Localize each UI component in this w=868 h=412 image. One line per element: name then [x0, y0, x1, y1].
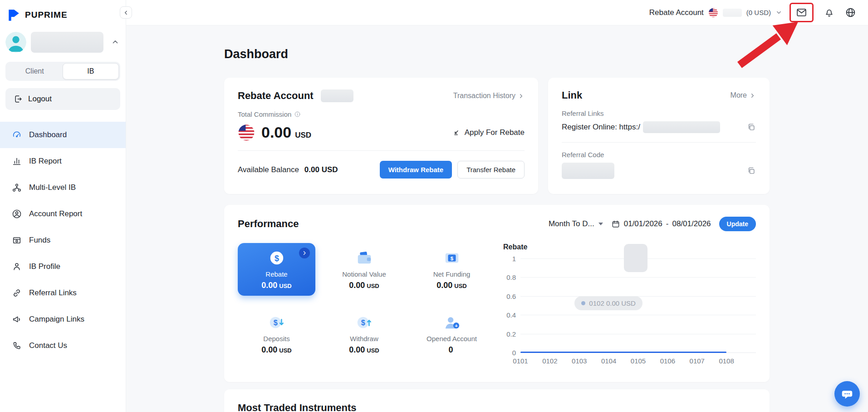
rebate-account-card: Rebate Account Transaction History Total…	[224, 78, 538, 194]
mail-button[interactable]	[796, 7, 807, 18]
account-selector[interactable]: Rebate Account (0 USD)	[649, 8, 782, 18]
period-select[interactable]: Month To D...	[549, 219, 603, 228]
most-traded-card: Most Traded Instruments	[224, 389, 770, 412]
info-icon[interactable]	[294, 111, 301, 118]
sidebar-item-contact-us[interactable]: Contact Us	[0, 333, 126, 359]
avatar	[5, 32, 26, 53]
card-dollar-icon: $	[443, 249, 461, 267]
dollar-up-icon: $	[356, 314, 373, 331]
calendar-icon	[611, 219, 620, 228]
total-commission-currency: USD	[295, 131, 311, 140]
sidebar-item-ib-profile[interactable]: IB Profile	[0, 253, 126, 280]
tile-opened-account[interactable]: + Opened Account 0	[413, 308, 490, 360]
dollar-down-icon: $	[268, 314, 285, 331]
most-traded-title: Most Traded Instruments	[238, 402, 756, 412]
performance-tiles: $ Rebate 0.00USD Notional	[238, 243, 490, 367]
us-flag-icon	[708, 8, 718, 18]
profile-section[interactable]	[0, 26, 126, 53]
sidebar-item-campaign-links[interactable]: Campaign Links	[0, 306, 126, 333]
mail-icon	[796, 7, 807, 18]
hierarchy-icon	[12, 183, 22, 193]
redacted-user-name	[31, 32, 103, 53]
sidebar-item-funds[interactable]: Funds	[0, 227, 126, 253]
transfer-rebate-button[interactable]: Transfer Rebate	[457, 161, 525, 179]
tile-net-funding[interactable]: $ Net Funding 0.00USD	[413, 243, 490, 296]
copy-referral-link-button[interactable]	[747, 123, 756, 132]
chevron-down-icon	[598, 223, 603, 225]
divider	[562, 142, 756, 143]
redacted-rebate-account-number	[321, 89, 353, 102]
update-button[interactable]: Update	[719, 217, 756, 231]
sidebar-item-referral-links[interactable]: Referral Links	[0, 280, 126, 306]
wallet-icon	[356, 249, 373, 267]
tile-rebate[interactable]: $ Rebate 0.00USD	[238, 243, 315, 296]
topbar: Rebate Account (0 USD)	[126, 0, 868, 25]
globe-icon	[845, 7, 856, 18]
performance-title: Performance	[238, 218, 299, 230]
total-commission-label: Total Commission	[238, 110, 291, 118]
chevron-right-icon	[518, 93, 525, 99]
available-balance-value: 0.00 USD	[304, 165, 338, 174]
rebate-card-title: Rebate Account	[238, 90, 314, 102]
rebate-account-label: Rebate Account	[649, 8, 704, 17]
date-range-picker[interactable]: 01/01/2026 - 08/01/2026	[611, 219, 711, 228]
svg-text:$: $	[450, 255, 453, 261]
chat-button[interactable]	[834, 381, 860, 407]
us-flag-icon-large	[238, 124, 255, 141]
sidebar-item-dashboard[interactable]: Dashboard	[0, 122, 126, 148]
brand-name: PUPRIME	[25, 10, 68, 20]
toggle-client[interactable]: Client	[7, 63, 63, 79]
date-start: 01/01/2026	[624, 219, 662, 228]
logout-label: Logout	[28, 94, 52, 104]
account-type-toggle: Client IB	[5, 62, 120, 81]
funds-icon	[12, 235, 22, 245]
bell-icon	[824, 7, 835, 18]
available-balance-label: Available Balance	[238, 165, 299, 174]
gridline	[520, 277, 756, 278]
bar-chart-icon	[12, 156, 22, 166]
tile-notional-value[interactable]: Notional Value 0.00USD	[325, 243, 403, 296]
chart-x-axis: 0101 0102 0103 0104 0105 0106 0107 0108	[520, 357, 756, 367]
redacted-referral-url	[643, 121, 720, 133]
puprime-logo-icon	[7, 8, 20, 22]
divider	[238, 150, 525, 151]
person-icon	[12, 262, 22, 272]
chart-tooltip: 0102 0.00 USD	[574, 296, 642, 310]
date-separator: -	[666, 219, 669, 228]
chevron-down-icon	[775, 9, 782, 16]
tooltip-text: 0102 0.00 USD	[589, 299, 636, 307]
person-plus-icon: +	[443, 314, 461, 331]
brand-logo-row: PUPRIME	[0, 0, 126, 26]
rebate-coin-icon: $	[268, 249, 285, 267]
gridline	[520, 334, 756, 334]
tile-withdraw[interactable]: $ Withdraw 0.00USD	[325, 308, 403, 360]
chevron-up-icon[interactable]	[111, 38, 119, 46]
sidebar-item-ib-report[interactable]: IB Report	[0, 148, 126, 174]
toggle-ib[interactable]: IB	[63, 63, 119, 79]
total-commission-amount: 0.00	[261, 124, 291, 141]
withdraw-rebate-button[interactable]: Withdraw Rebate	[380, 161, 452, 179]
account-balance: (0 USD)	[746, 9, 771, 16]
sidebar-item-account-report[interactable]: Account Report	[0, 201, 126, 227]
copy-referral-code-button[interactable]	[747, 166, 756, 175]
more-link[interactable]: More	[731, 91, 756, 99]
logout-button[interactable]: Logout	[5, 88, 120, 110]
summary-cards-row: Rebate Account Transaction History Total…	[224, 78, 770, 194]
redacted-referral-code	[562, 163, 614, 179]
apply-for-rebate-link[interactable]: Apply For Rebate	[452, 128, 525, 137]
chart-plot-area: 0102 0.00 USD	[520, 258, 756, 352]
person-circle-icon	[12, 209, 22, 219]
link-card-title: Link	[562, 89, 582, 101]
copy-icon	[747, 166, 756, 175]
rebate-chart: Rebate 1 0.8 0.6 0.4 0.2 0	[503, 243, 756, 367]
svg-text:+: +	[455, 323, 458, 328]
notifications-button[interactable]	[824, 7, 835, 18]
tile-deposits[interactable]: $ Deposits 0.00USD	[238, 308, 315, 360]
sidebar-collapse-button[interactable]	[120, 6, 132, 19]
chart-y-axis: 1 0.8 0.6 0.4 0.2 0	[503, 258, 520, 352]
sidebar-item-multi-level-ib[interactable]: Multi-Level IB	[0, 174, 126, 201]
sidebar: PUPRIME Client IB Logout Dashboard	[0, 0, 126, 412]
language-button[interactable]	[845, 7, 856, 18]
performance-card: Performance Month To D... 01/01/2026 - 0…	[224, 205, 770, 382]
transaction-history-link[interactable]: Transaction History	[453, 92, 525, 100]
